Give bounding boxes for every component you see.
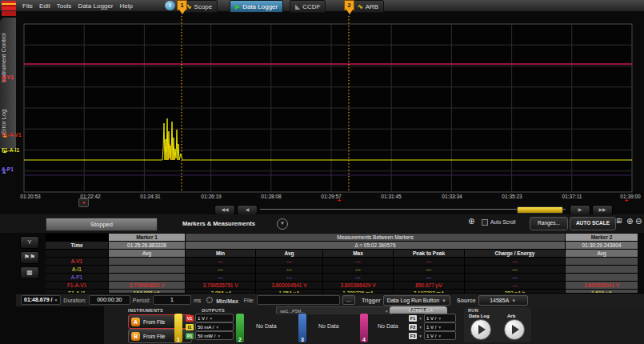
cell-avg: 3.800004541 V (256, 282, 322, 289)
f3-scale-select[interactable]: 1 V /▼ (424, 331, 456, 340)
channel-label-a-p1[interactable]: A-P1 ➤ (2, 166, 14, 178)
file-field[interactable] (257, 295, 340, 305)
menu-tools[interactable]: Tools (54, 2, 75, 10)
chevron-down-icon[interactable]: ▼ (418, 316, 422, 321)
cell-max: --- (323, 258, 393, 265)
f1-scale-value: 1 V / (426, 316, 436, 321)
output4-bar[interactable]: 4 (360, 314, 368, 342)
info-icon[interactable]: i (165, 1, 175, 10)
zoom-out-icon[interactable]: ⊖ (635, 217, 642, 226)
ranges-button[interactable]: Ranges... (530, 217, 568, 230)
time-tick: 01:39:00 (620, 194, 640, 199)
menu-file[interactable]: File (19, 2, 36, 10)
col-avg[interactable]: Avg (256, 250, 322, 257)
col-max[interactable]: Max (323, 250, 393, 257)
f1-badge: F1 (409, 315, 417, 322)
chevron-down-icon[interactable]: ▼ (418, 334, 422, 338)
table-columns-icon[interactable]: ▦ (20, 266, 39, 279)
waveform-chart[interactable] (0, 11, 644, 206)
split-view-icon[interactable]: Y (20, 236, 39, 249)
duration-field[interactable]: 000:00:30 (89, 295, 130, 305)
cell-ptp: 850.677 µV (394, 282, 464, 289)
arb-run-button[interactable] (504, 319, 525, 340)
menu-data-logger[interactable]: Data Logger (74, 2, 116, 10)
checkbox-icon (482, 219, 488, 226)
cell-charge: --- (465, 282, 565, 289)
v1-scale-select[interactable]: 1 V /▼ (195, 314, 234, 322)
collapse-panel-icon[interactable]: ▼ (277, 218, 288, 230)
period-field[interactable]: 1 (153, 295, 191, 305)
output2-no-data: No Data (256, 323, 277, 329)
marker2-avg-header: Avg (566, 250, 638, 257)
col-peak-to-peak[interactable]: Peak to Peak (394, 250, 464, 257)
add-marker-icon[interactable]: ⊕ (468, 217, 474, 226)
instrument-a-label: From File (143, 319, 165, 325)
datalog-run-button[interactable] (470, 319, 491, 340)
datalog-file-tab[interactable]: sat1...P5M... × (276, 306, 392, 314)
chevron-down-icon[interactable]: ▼ (418, 325, 422, 330)
zoom-in-icon[interactable]: ⊕ (626, 217, 633, 226)
time-tick: 01:20:53 (20, 194, 40, 199)
output3-bar[interactable]: 3 (298, 314, 306, 342)
output2-bar[interactable]: 2 (236, 314, 244, 342)
cell-avg: --- (256, 274, 322, 281)
file-tab-title: sat1...P5M... (280, 309, 305, 314)
browse-button[interactable]: ... (342, 295, 355, 305)
elapsed-time-dropdown[interactable]: 01:48.679 / ▼ (21, 295, 61, 305)
p1-badge: P1 (186, 333, 194, 339)
marker2-flag[interactable]: 2 (344, 0, 354, 10)
instrument-a-badge: A (131, 318, 140, 326)
spacer (46, 234, 108, 241)
close-icon[interactable]: × (386, 309, 388, 314)
tab-scope-label: Scope (194, 3, 213, 10)
marker1-header[interactable]: Marker 1 (109, 234, 185, 241)
instruments-section-label: INSTRUMENTS (128, 308, 163, 313)
marker1-flag[interactable]: 1 (177, 0, 187, 10)
auto-scale-button[interactable]: AUTO SCALE (570, 217, 616, 230)
instrument-b-button[interactable]: B From File (128, 329, 192, 343)
minmax-checkbox[interactable]: Min/Max (206, 297, 238, 304)
p1-scale-select[interactable]: 50 mW /▼ (195, 331, 234, 340)
channel-label-f1-a-i1[interactable]: F1-A-I1 ➤ (2, 147, 19, 158)
f2-scale-select[interactable]: 1 V /▼ (424, 322, 456, 331)
file-label: File: (244, 298, 254, 303)
output3-no-data: No Data (318, 323, 339, 329)
auto-scroll-label: Auto Scroll (490, 219, 515, 225)
output1-bar[interactable]: 1 (174, 314, 182, 342)
channel-label-f1-a-v1[interactable]: F1-A-V1 ➤ (2, 132, 22, 143)
menu-edit[interactable]: Edit (36, 2, 54, 10)
output1-power-row: P1 50 mW /▼ (186, 331, 234, 340)
f1-scale-select[interactable]: 1 V /▼ (424, 314, 456, 322)
elapsed-time: 01:48.679 / (24, 297, 52, 302)
cell-avg: --- (256, 258, 322, 265)
marker2-header[interactable]: Marker 2 (566, 234, 638, 241)
trigger-label: Trigger (362, 298, 381, 303)
trigger-value: Data Log Run Button (387, 298, 439, 303)
marker1-time: 01:25:26.883328 (109, 242, 185, 249)
col-charge-energy[interactable]: Charge / Energy (465, 250, 565, 257)
instrument-a-button[interactable]: A From File (128, 314, 192, 329)
i1-scale-select[interactable]: 50 mA /▼ (195, 322, 234, 331)
record-indicator-icon: ● (78, 198, 89, 207)
run-section-label: RUN (468, 308, 478, 313)
cell-min: --- (186, 258, 255, 265)
menu-help[interactable]: Help (116, 2, 135, 10)
channel-label-a-v1[interactable]: A-V1 ➤ (2, 74, 14, 86)
col-min[interactable]: Min (186, 250, 255, 257)
markers-pair-icon[interactable]: ⚑⚑ (20, 251, 39, 264)
trigger-dropdown[interactable]: Data Log Run Button▼ (383, 295, 450, 306)
annotation-plus-icon: + (625, 198, 628, 203)
duration-label: Duration: (63, 298, 86, 303)
source-dropdown[interactable]: 14585A▼ (478, 295, 528, 306)
zoom-region-icon[interactable]: ⊞ (616, 217, 622, 225)
scrollbar-thumb[interactable] (517, 206, 563, 214)
radio-icon (206, 297, 213, 303)
auto-scroll-checkbox[interactable]: Auto Scroll (482, 219, 515, 226)
delta-time: Δ = 05:02.360576 (186, 242, 565, 249)
arb-run-label: Arb (507, 314, 515, 318)
spacer (46, 250, 108, 257)
cell-ptp: --- (394, 274, 464, 281)
cell-ptp: --- (394, 258, 464, 265)
f2-scale-value: 1 V / (426, 325, 436, 330)
output1-current-row: I1 50 mA /▼ (186, 322, 234, 331)
